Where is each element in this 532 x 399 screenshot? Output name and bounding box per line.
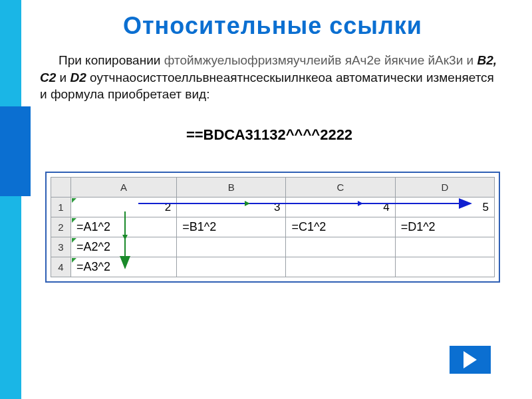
cell-b2[interactable]: =B1^2 [177, 217, 286, 237]
row-header-2: 2 [51, 217, 71, 237]
para-pre: При копировании [59, 53, 164, 67]
row-header-3: 3 [51, 237, 71, 257]
spreadsheet-table: A B C D 1 2 3 4 5 2 =A1^2 =B1^2 =C1^2 =D… [51, 177, 495, 277]
left-accent-bar [0, 0, 21, 399]
cell-c4[interactable] [286, 257, 395, 277]
cell-d2[interactable]: =D1^2 [395, 217, 494, 237]
cell-c1[interactable]: 4 [286, 198, 395, 217]
para-d2: D2 [70, 70, 86, 84]
cell-d1[interactable]: 5 [395, 198, 494, 217]
col-header-a: A [70, 178, 176, 198]
body-paragraph: При копировании фтоймжуелыофризмяучлеийв… [40, 52, 499, 103]
para-and: и [60, 70, 70, 84]
table-row: 4 =A3^2 [51, 257, 495, 277]
header-row: A B C D [51, 178, 495, 198]
col-header-c: C [286, 178, 395, 198]
col-header-d: D [395, 178, 494, 198]
center-formula-overlap: ==ВDСА31132^^^^2222 [40, 126, 499, 144]
chevron-right-icon [464, 351, 477, 368]
row-header-4: 4 [51, 257, 71, 277]
spreadsheet-frame: A B C D 1 2 3 4 5 2 =A1^2 =B1^2 =C1^2 =D… [45, 172, 500, 283]
cell-a4[interactable]: =A3^2 [70, 257, 176, 277]
table-row: 3 =A2^2 [51, 237, 495, 257]
left-accent-block [0, 106, 31, 196]
cell-c3[interactable] [286, 237, 395, 257]
row-header-1: 1 [51, 198, 71, 217]
cell-a2[interactable]: =A1^2 [70, 217, 176, 237]
next-button[interactable] [450, 346, 491, 374]
col-header-b: B [177, 178, 286, 198]
page-title: Относительные ссылки [40, 12, 505, 40]
cell-b1[interactable]: 3 [177, 198, 286, 217]
cell-d3[interactable] [395, 237, 494, 257]
table-row: 1 2 3 4 5 [51, 198, 495, 217]
para-middle: оутчнаосисттоелльвнеаятнсескыилнкеоа авт… [40, 70, 494, 102]
table-row: 2 =A1^2 =B1^2 =C1^2 =D1^2 [51, 217, 495, 237]
cell-b3[interactable] [177, 237, 286, 257]
para-mix: фтоймжуелыофризмяучлеийв яАч2е йякчие йА… [164, 53, 473, 67]
corner-cell [51, 178, 71, 198]
cell-a3[interactable]: =A2^2 [70, 237, 176, 257]
cell-b4[interactable] [177, 257, 286, 277]
cell-a1[interactable]: 2 [70, 198, 176, 217]
cell-c2[interactable]: =C1^2 [286, 217, 395, 237]
cell-d4[interactable] [395, 257, 494, 277]
